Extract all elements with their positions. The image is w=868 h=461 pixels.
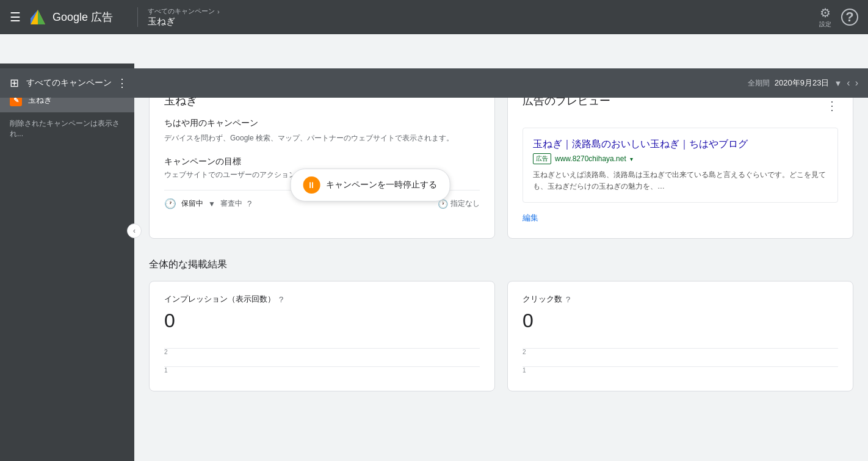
sidebar-deleted: 削除されたキャンペーンは表示され... <box>0 112 134 145</box>
top-header: ☰ Google 広告 すべてのキャンペーン › 玉ねぎ ⚙ 設定 ? <box>0 0 868 34</box>
header-right: ⚙ 設定 ? <box>819 5 858 29</box>
status-schedule-label: 指定なし <box>450 198 480 209</box>
header-divider <box>137 7 138 27</box>
help-button[interactable]: ? <box>841 9 858 26</box>
logo-text: Google 広告 <box>52 10 113 24</box>
preview-more-icon[interactable]: ⋮ <box>826 98 838 113</box>
chart-label-1: 1 <box>164 367 168 374</box>
status-history-icon: 🕐 <box>164 198 176 209</box>
breadcrumb-arrow: › <box>217 8 220 15</box>
next-arrow[interactable]: › <box>855 78 858 89</box>
preview-card: 広告のプレビュー ⋮ 玉ねぎ｜淡路島のおいしい玉ねぎ｜ちはやブログ 広告 www… <box>507 78 853 239</box>
impressions-card: インプレッション（表示回数） ? 0 2 1 <box>149 281 495 391</box>
sidebar: 有効および一時停止中 ⇅ ✎ 玉ねぎ 削除されたキャンペーンは表示され... <box>0 64 134 461</box>
pause-icon: ⏸ <box>303 176 320 194</box>
settings-icon: ⚙ <box>820 5 831 20</box>
google-ads-logo <box>28 7 48 27</box>
breadcrumb-top: すべてのキャンペーン › <box>148 7 220 16</box>
sidebar-collapse-button[interactable]: ‹ <box>127 223 142 238</box>
cards-row: 玉ねぎ ちはや用のキャンペーン デバイスを問わず、Google 検索、マップ、パ… <box>149 78 853 239</box>
clicks-chart-label-2: 2 <box>523 349 526 355</box>
clicks-chart-line-2: 2 <box>523 348 838 349</box>
clicks-title-row: クリック数 ? <box>523 294 838 305</box>
ad-url-arrow: ▾ <box>630 156 633 162</box>
status-holding-label: 保留中 <box>181 198 203 209</box>
impressions-value: 0 <box>164 310 480 332</box>
status-review-help[interactable]: ? <box>247 199 251 208</box>
clicks-chart: 2 1 <box>523 342 838 391</box>
campaign-type: ちはや用のキャンペーン <box>164 118 480 129</box>
clicks-card: クリック数 ? 0 2 1 <box>507 281 853 391</box>
clicks-chart-label-1: 1 <box>523 367 526 374</box>
breadcrumb-current: 玉ねぎ <box>148 16 220 27</box>
pause-tooltip-text: キャンペーンを一時停止する <box>326 180 437 191</box>
campaign-goal-label: キャンペーンの目標 <box>164 156 480 167</box>
campaign-card: 玉ねぎ ちはや用のキャンペーン デバイスを問わず、Google 検索、マップ、パ… <box>149 78 495 239</box>
date-value: 2020年9月23日 <box>775 78 830 89</box>
ad-url: www.8270chihaya.net <box>555 154 626 163</box>
preview-edit-button[interactable]: 編集 <box>523 212 538 223</box>
ad-badge: 広告 <box>533 153 551 164</box>
svg-marker-1 <box>38 10 45 24</box>
date-area: 全期間 2020年9月23日 ▼ ‹ › <box>748 78 858 89</box>
menu-icon[interactable]: ☰ <box>10 10 21 24</box>
nav-title: すべてのキャンペーン <box>26 78 112 89</box>
impressions-label: インプレッション（表示回数） <box>164 294 275 305</box>
chart-label-2: 2 <box>164 349 168 355</box>
results-section-title: 全体的な掲載結果 <box>149 258 853 271</box>
breadcrumb: すべてのキャンペーン › 玉ねぎ <box>148 7 220 27</box>
chart-line-1: 1 <box>164 366 480 367</box>
grid-icon[interactable]: ⊞ <box>10 76 19 90</box>
nav-more-icon[interactable]: ⋮ <box>117 76 128 90</box>
status-right: 🕐 指定なし <box>438 198 480 209</box>
ad-description: 玉ねぎといえば淡路島、淡路島は玉ねぎで出来ている島と言えるぐらいです。どこを見て… <box>533 169 828 192</box>
breadcrumb-parent: すべてのキャンペーン <box>148 7 215 16</box>
impressions-title-row: インプレッション（表示回数） ? <box>164 294 480 305</box>
ad-preview: 玉ねぎ｜淡路島のおいしい玉ねぎ｜ちはやブログ 広告 www.8270chihay… <box>523 128 838 203</box>
settings-label: 設定 <box>819 20 831 29</box>
ad-badge-url-row: 広告 www.8270chihaya.net ▾ <box>533 153 828 164</box>
clicks-label: クリック数 <box>523 294 562 305</box>
settings-button[interactable]: ⚙ 設定 <box>819 5 831 29</box>
status-dropdown-arrow[interactable]: ▼ <box>208 200 215 208</box>
status-left: 🕐 保留中 ▼ 審査中 ? <box>164 198 251 209</box>
impressions-chart: 2 1 <box>164 342 480 391</box>
ad-title-link[interactable]: 玉ねぎ｜淡路島のおいしい玉ねぎ｜ちはやブログ <box>533 138 828 151</box>
clicks-help-icon[interactable]: ? <box>566 295 570 304</box>
metrics-row: インプレッション（表示回数） ? 0 2 1 クリック数 ? 0 <box>149 281 853 391</box>
status-review-label: 審査中 <box>220 198 242 209</box>
prev-arrow[interactable]: ‹ <box>847 78 850 89</box>
campaign-description: デバイスを問わず、Google 検索、マップ、パートナーのウェブサイトで表示され… <box>164 132 480 144</box>
logo-container: Google 広告 <box>28 7 113 27</box>
date-label: 全期間 <box>748 78 770 89</box>
main-content: 玉ねぎ ちはや用のキャンペーン デバイスを問わず、Google 検索、マップ、パ… <box>134 64 868 461</box>
clicks-value: 0 <box>523 310 838 332</box>
date-dropdown[interactable]: ▼ <box>834 79 842 88</box>
secondary-nav: ⊞ すべてのキャンペーン ⋮ 全期間 2020年9月23日 ▼ ‹ › <box>0 68 868 98</box>
chart-line-2: 2 <box>164 348 480 349</box>
pause-tooltip[interactable]: ⏸ キャンペーンを一時停止する <box>290 169 450 201</box>
clicks-chart-line-1: 1 <box>523 366 838 367</box>
impressions-help-icon[interactable]: ? <box>279 295 283 304</box>
